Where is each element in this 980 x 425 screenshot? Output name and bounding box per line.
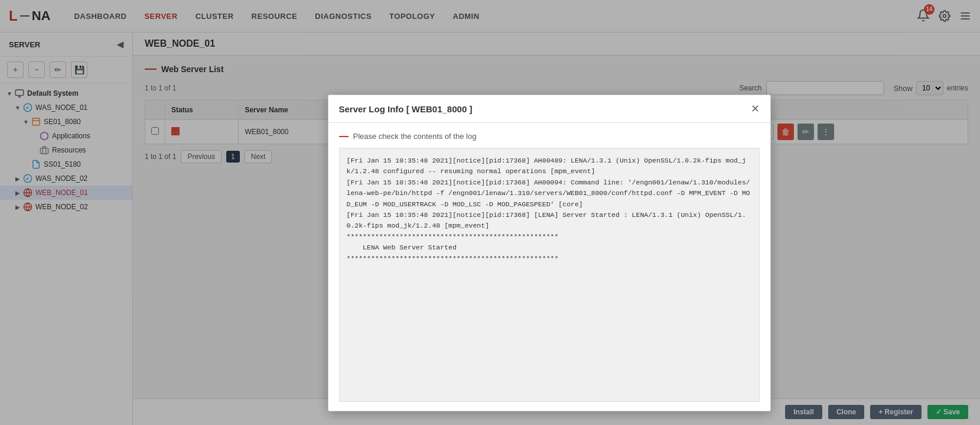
modal-title: Server Log Info [ WEB01_8000 ] <box>339 104 473 114</box>
modal-notice-line <box>339 136 349 137</box>
modal-close-button[interactable]: ✕ <box>751 102 760 115</box>
modal-overlay: Server Log Info [ WEB01_8000 ] ✕ Please … <box>0 0 980 425</box>
modal-notice-bar: Please check the contents of the log <box>339 132 760 141</box>
log-content[interactable]: [Fri Jan 15 10:35:48 2021][notice][pid:1… <box>339 148 760 402</box>
modal-notice-text: Please check the contents of the log <box>353 132 477 141</box>
log-info-modal: Server Log Info [ WEB01_8000 ] ✕ Please … <box>328 95 771 411</box>
modal-body: Please check the contents of the log [Fr… <box>328 123 770 411</box>
modal-header: Server Log Info [ WEB01_8000 ] ✕ <box>328 95 770 123</box>
